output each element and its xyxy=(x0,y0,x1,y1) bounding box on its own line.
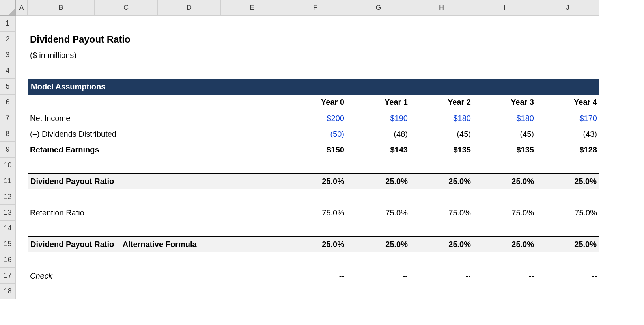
check-y1[interactable]: -- xyxy=(347,268,410,284)
col-header-E[interactable]: E xyxy=(221,0,284,16)
cell-row4[interactable] xyxy=(28,63,599,79)
col-header-H[interactable]: H xyxy=(410,0,473,16)
cell-row10-left[interactable] xyxy=(28,158,284,173)
row-header-8[interactable]: 8 xyxy=(0,126,16,142)
cell-H1[interactable] xyxy=(410,16,473,32)
row-header-9[interactable]: 9 xyxy=(0,142,16,158)
payout-y2[interactable]: 25.0% xyxy=(410,173,473,189)
dividends-y4[interactable]: (43) xyxy=(536,126,599,142)
row-header-15[interactable]: 15 xyxy=(0,236,16,252)
net-income-y2[interactable]: $180 xyxy=(410,110,473,126)
cell-J10[interactable] xyxy=(536,158,599,173)
row-header-7[interactable]: 7 xyxy=(0,110,16,126)
cell-A12[interactable] xyxy=(16,189,28,205)
retention-y3[interactable]: 75.0% xyxy=(473,205,536,221)
cell-G12[interactable] xyxy=(347,189,410,205)
net-income-label[interactable]: Net Income xyxy=(28,110,284,126)
cell-F10[interactable] xyxy=(284,158,347,173)
cell-G10[interactable] xyxy=(347,158,410,173)
dividends-y2[interactable]: (45) xyxy=(410,126,473,142)
retained-y3[interactable]: $135 xyxy=(473,142,536,158)
net-income-y1[interactable]: $190 xyxy=(347,110,410,126)
cell-E6[interactable] xyxy=(221,95,284,110)
cell-I12[interactable] xyxy=(473,189,536,205)
col-header-F[interactable]: F xyxy=(284,0,347,16)
payout-y3[interactable]: 25.0% xyxy=(473,173,536,189)
cell-H10[interactable] xyxy=(410,158,473,173)
row-header-1[interactable]: 1 xyxy=(0,16,16,32)
cell-C6[interactable] xyxy=(95,95,158,110)
row-header-3[interactable]: 3 xyxy=(0,47,16,63)
cell-J16[interactable] xyxy=(536,252,599,268)
cell-G16[interactable] xyxy=(347,252,410,268)
retention-label[interactable]: Retention Ratio xyxy=(28,205,284,221)
payout-alt-y3[interactable]: 25.0% xyxy=(473,236,536,252)
cell-A3[interactable] xyxy=(16,47,28,63)
row-header-13[interactable]: 13 xyxy=(0,205,16,221)
cell-A1[interactable] xyxy=(16,16,28,32)
cell-F16[interactable] xyxy=(284,252,347,268)
cell-A11[interactable] xyxy=(16,173,28,189)
cell-F14[interactable] xyxy=(284,221,347,236)
cell-A16[interactable] xyxy=(16,252,28,268)
cell-D6[interactable] xyxy=(158,95,221,110)
cell-I16[interactable] xyxy=(473,252,536,268)
cell-A8[interactable] xyxy=(16,126,28,142)
payout-label[interactable]: Dividend Payout Ratio xyxy=(28,173,284,189)
row-header-2[interactable]: 2 xyxy=(0,32,16,47)
check-y3[interactable]: -- xyxy=(473,268,536,284)
check-y4[interactable]: -- xyxy=(536,268,599,284)
net-income-y0[interactable]: $200 xyxy=(284,110,347,126)
select-all-corner[interactable] xyxy=(0,0,16,16)
col-header-I[interactable]: I xyxy=(473,0,536,16)
cell-D1[interactable] xyxy=(158,16,221,32)
dividends-y3[interactable]: (45) xyxy=(473,126,536,142)
cell-I1[interactable] xyxy=(473,16,536,32)
cell-A6[interactable] xyxy=(16,95,28,110)
section-header[interactable]: Model Assumptions xyxy=(28,79,599,95)
year-3-header[interactable]: Year 3 xyxy=(473,95,536,110)
cell-J1[interactable] xyxy=(536,16,599,32)
cell-A18[interactable] xyxy=(16,284,28,299)
cell-F12[interactable] xyxy=(284,189,347,205)
payout-alt-y1[interactable]: 25.0% xyxy=(347,236,410,252)
payout-y4[interactable]: 25.0% xyxy=(536,173,599,189)
col-header-J[interactable]: J xyxy=(536,0,599,16)
row-header-10[interactable]: 10 xyxy=(0,158,16,173)
cell-row16-left[interactable] xyxy=(28,252,284,268)
retained-y2[interactable]: $135 xyxy=(410,142,473,158)
year-0-header[interactable]: Year 0 xyxy=(284,95,347,110)
row-header-18[interactable]: 18 xyxy=(0,284,16,299)
col-header-A[interactable]: A xyxy=(16,0,28,16)
retention-y2[interactable]: 75.0% xyxy=(410,205,473,221)
retention-y0[interactable]: 75.0% xyxy=(284,205,347,221)
retained-label[interactable]: Retained Earnings xyxy=(28,142,284,158)
spreadsheet-grid[interactable]: A B C D E F G H I J 1 2 Dividend Payout … xyxy=(0,0,644,299)
cell-A4[interactable] xyxy=(16,63,28,79)
payout-y1[interactable]: 25.0% xyxy=(347,173,410,189)
cell-B1[interactable] xyxy=(28,16,95,32)
row-header-5[interactable]: 5 xyxy=(0,79,16,95)
payout-alt-y4[interactable]: 25.0% xyxy=(536,236,599,252)
check-y0[interactable]: -- xyxy=(284,268,347,284)
cell-A2[interactable] xyxy=(16,32,28,47)
row-header-16[interactable]: 16 xyxy=(0,252,16,268)
cell-row12-left[interactable] xyxy=(28,189,284,205)
dividends-y1[interactable]: (48) xyxy=(347,126,410,142)
cell-row14-left[interactable] xyxy=(28,221,284,236)
cell-G14[interactable] xyxy=(347,221,410,236)
payout-alt-y0[interactable]: 25.0% xyxy=(284,236,347,252)
col-header-G[interactable]: G xyxy=(347,0,410,16)
check-y2[interactable]: -- xyxy=(410,268,473,284)
cell-C1[interactable] xyxy=(95,16,158,32)
cell-B6[interactable] xyxy=(28,95,95,110)
cell-A14[interactable] xyxy=(16,221,28,236)
dividends-label[interactable]: (–) Dividends Distributed xyxy=(28,126,284,142)
retained-y1[interactable]: $143 xyxy=(347,142,410,158)
cell-I14[interactable] xyxy=(473,221,536,236)
cell-row18[interactable] xyxy=(28,284,599,299)
page-title[interactable]: Dividend Payout Ratio xyxy=(28,32,599,47)
net-income-y4[interactable]: $170 xyxy=(536,110,599,126)
cell-A7[interactable] xyxy=(16,110,28,126)
row-header-17[interactable]: 17 xyxy=(0,268,16,284)
